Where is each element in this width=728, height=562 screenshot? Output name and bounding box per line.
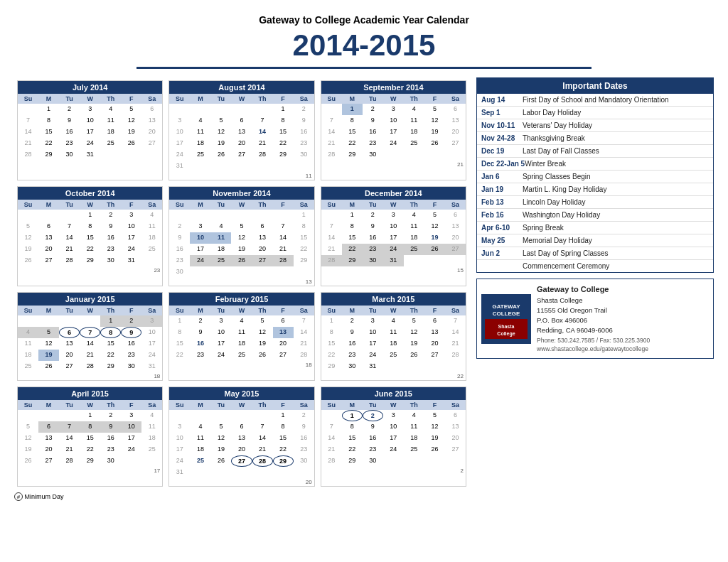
day-cell: 31 — [169, 161, 190, 172]
day-cell: 5 — [424, 210, 445, 221]
day-cell: 11 — [210, 232, 231, 244]
day-cell: 15 — [38, 126, 59, 138]
day-cell: 25 — [141, 444, 162, 455]
date-desc: Last Day of Spring Classes — [523, 249, 609, 257]
day-cell: 11 — [190, 433, 210, 444]
days-grid: 1234567891011121314151617181920212223242… — [18, 104, 162, 161]
month-header: September 2014 — [321, 81, 466, 94]
month-footer: 2 — [321, 467, 466, 475]
day-cell: 4 — [404, 210, 424, 221]
day-cell: 6 — [273, 315, 294, 327]
day-cell: 20 — [231, 138, 252, 149]
day-cell: 9 — [100, 421, 121, 433]
month-header: October 2014 — [18, 187, 162, 200]
date-desc: Spring Break — [523, 224, 564, 232]
dow-cell: Th — [100, 306, 121, 315]
date-label: Feb 16 — [481, 211, 523, 219]
day-cell: 30 — [363, 149, 383, 161]
day-cell: 6 — [38, 421, 59, 433]
day-cell: 5 — [252, 315, 273, 327]
month-calendar: January 2015SuMTuWThFSa12345678910111213… — [17, 292, 163, 381]
day-cell: 19 — [404, 338, 424, 350]
day-cell: 11 — [404, 115, 424, 126]
dow-cell: Tu — [210, 400, 231, 410]
day-cell: 20 — [445, 126, 466, 138]
days-grid: 1234567891011121314151617181920212223242… — [169, 104, 314, 172]
month-calendar: March 2015SuMTuWThFSa1234567891011121314… — [321, 292, 466, 381]
day-cell: 26 — [210, 149, 231, 161]
dow-cell: Th — [252, 306, 273, 315]
day-cell: 5 — [231, 221, 252, 232]
day-cell: 21 — [273, 244, 294, 255]
day-cell: 21 — [321, 244, 342, 255]
day-cell: 8 — [80, 421, 100, 433]
day-cell: 28 — [80, 361, 100, 372]
month-footer: 18 — [169, 361, 314, 369]
month-calendar: September 2014SuMTuWThFSa123456789101112… — [321, 80, 466, 180]
day-cell: 4 — [404, 410, 424, 421]
day-cell: 3 — [363, 315, 383, 327]
day-cell: 18 — [100, 126, 121, 138]
day-cell: 27 — [445, 244, 466, 255]
day-cell: 7 — [294, 315, 314, 327]
day-cell: 3 — [210, 315, 231, 327]
day-cell: 28 — [321, 255, 342, 266]
day-cell: 2 — [121, 315, 141, 327]
dow-cell: Sa — [294, 94, 314, 104]
dow-cell: Tu — [363, 200, 383, 210]
day-cell: 7 — [321, 115, 342, 126]
day-cell: 2 — [190, 315, 210, 327]
day-cell: 11 — [404, 221, 424, 232]
day-cell-empty — [169, 210, 190, 221]
dow-cell: W — [80, 94, 100, 104]
day-cell: 18 — [404, 126, 424, 138]
day-cell-empty — [18, 315, 38, 327]
day-cell: 11 — [383, 327, 404, 338]
month-header: July 2014 — [18, 81, 162, 94]
day-cell: 1 — [169, 315, 190, 327]
right-section: Important Dates Aug 14First Day of Schoo… — [469, 77, 714, 501]
day-cell: 18 — [210, 244, 231, 255]
day-cell: 19 — [231, 244, 252, 255]
dow-cell: Tu — [363, 306, 383, 315]
date-row: Commencement Ceremony — [477, 260, 713, 272]
day-cell: 16 — [169, 244, 190, 255]
date-row: Jun 2Last Day of Spring Classes — [477, 247, 713, 260]
dow-cell: Th — [404, 400, 424, 410]
month-calendar: November 2014SuMTuWThFSa1234567891011121… — [168, 186, 314, 286]
day-cell: 29 — [342, 455, 363, 467]
day-cell: 19 — [18, 244, 38, 255]
day-cell: 6 — [445, 410, 466, 421]
day-cell: 10 — [141, 327, 162, 338]
svg-text:COLLEGE: COLLEGE — [493, 310, 520, 317]
college-info-box: GATEWAY COLLEGE Shasta College Gateway t… — [476, 279, 714, 359]
date-desc: Labor Day Holiday — [523, 109, 581, 117]
dow-cell: M — [342, 400, 363, 410]
day-cell: 11 — [18, 338, 38, 350]
day-cell-empty — [169, 410, 190, 421]
day-cell: 12 — [121, 115, 141, 126]
date-row: Dec 22-Jan 5Winter Break — [477, 158, 713, 171]
month-header: June 2015 — [321, 387, 466, 400]
day-cell: 30 — [294, 149, 314, 161]
day-cell: 8 — [273, 421, 294, 433]
month-header: April 2015 — [18, 387, 162, 400]
day-cell: 6 — [445, 104, 466, 115]
dates-list: Aug 14First Day of School and Mandatory … — [477, 94, 713, 272]
month-footer: 11 — [169, 172, 314, 180]
date-desc: First Day of School and Mandatory Orient… — [523, 96, 669, 104]
month-footer: 17 — [18, 467, 162, 475]
day-cell: 6 — [141, 104, 162, 115]
day-cell: 28 — [252, 149, 273, 161]
day-cell-empty — [80, 315, 100, 327]
day-cell: 20 — [38, 444, 59, 455]
day-cell: 1 — [342, 104, 363, 115]
date-desc: Veterans' Day Holiday — [523, 121, 592, 129]
day-cell-empty — [231, 104, 252, 115]
date-row: Sep 1Labor Day Holiday — [477, 107, 713, 119]
dow-row: SuMTuWThFSa — [18, 400, 162, 410]
dow-cell: Su — [169, 94, 190, 104]
date-row: May 25Memorial Day Holiday — [477, 234, 713, 247]
day-cell-empty — [38, 315, 59, 327]
day-cell: 1 — [294, 210, 314, 221]
